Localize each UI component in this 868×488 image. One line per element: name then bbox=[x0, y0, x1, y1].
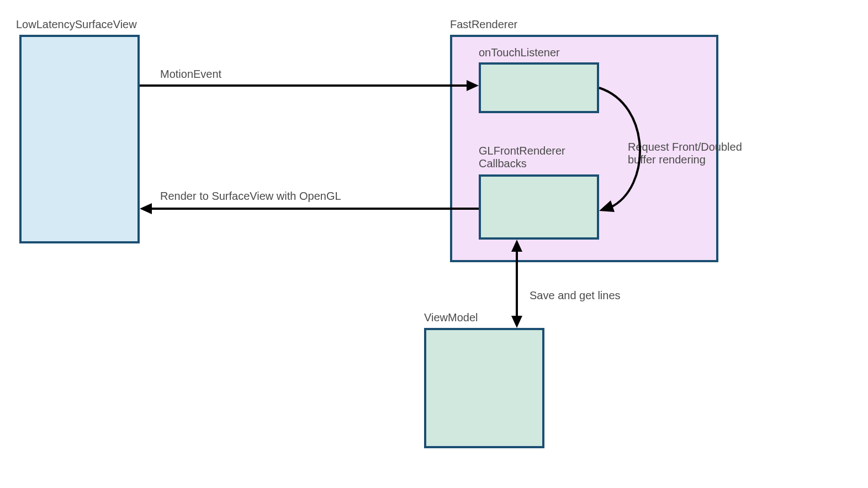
surface-view-box bbox=[19, 35, 140, 243]
motion-event-arrow bbox=[140, 80, 479, 91]
motion-event-label: MotionEvent bbox=[160, 68, 221, 81]
svg-marker-7 bbox=[511, 316, 522, 328]
view-model-box bbox=[424, 328, 544, 448]
render-opengl-arrow bbox=[140, 203, 479, 214]
save-get-lines-label: Save and get lines bbox=[530, 289, 621, 302]
gl-callbacks-box bbox=[479, 174, 599, 240]
on-touch-listener-label: onTouchListener bbox=[479, 46, 560, 59]
fast-renderer-label: FastRenderer bbox=[450, 18, 517, 31]
render-opengl-label: Render to SurfaceView with OpenGL bbox=[160, 190, 341, 203]
gl-callbacks-label: GLFrontRenderer Callbacks bbox=[479, 145, 565, 170]
surface-view-label: LowLatencySurfaceView bbox=[16, 18, 137, 31]
view-model-label: ViewModel bbox=[424, 311, 478, 324]
on-touch-listener-box bbox=[479, 62, 599, 113]
svg-marker-4 bbox=[140, 203, 152, 214]
request-buffer-label: Request Front/Doubled buffer rendering bbox=[628, 141, 742, 166]
